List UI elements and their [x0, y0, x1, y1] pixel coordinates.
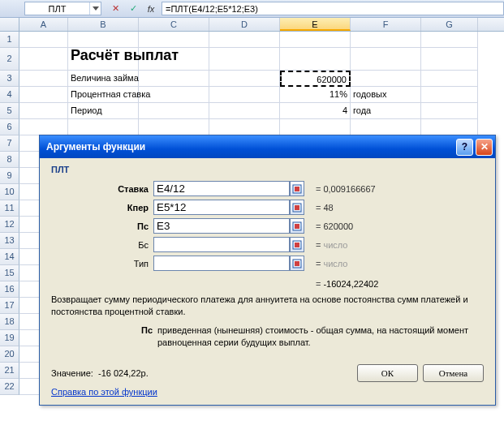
cell[interactable] [209, 87, 280, 103]
row-head[interactable]: 5 [0, 103, 19, 119]
cell[interactable] [139, 103, 209, 119]
cell-e5[interactable]: 4 [280, 103, 351, 119]
cell[interactable] [19, 103, 68, 119]
cell[interactable] [421, 103, 478, 119]
arg-input[interactable] [153, 256, 290, 271]
cell[interactable]: Величина займа [68, 71, 139, 87]
cell[interactable] [209, 103, 280, 119]
cell[interactable] [139, 48, 209, 71]
arg-row: Ставка=0,009166667 [51, 179, 484, 198]
col-head-b[interactable]: B [68, 18, 139, 31]
row-head[interactable]: 14 [0, 249, 19, 265]
row-head[interactable]: 19 [0, 330, 19, 346]
arg-input[interactable] [153, 200, 290, 215]
cell[interactable] [19, 119, 68, 135]
calc-result-line: =-16024,22402 [51, 279, 484, 289]
refedit-button[interactable] [290, 256, 304, 271]
row-head[interactable]: 17 [0, 298, 19, 314]
row-head[interactable]: 20 [0, 346, 19, 363]
cell[interactable] [421, 87, 478, 103]
cell[interactable] [280, 48, 351, 71]
cell[interactable] [351, 119, 421, 135]
row-head[interactable]: 3 [0, 71, 19, 87]
dialog-close-button[interactable]: ✕ [476, 139, 493, 156]
row-head[interactable]: 2 [0, 48, 19, 71]
cell[interactable] [351, 71, 421, 87]
cell[interactable] [209, 119, 280, 135]
refedit-button[interactable] [290, 181, 304, 196]
arg-input[interactable] [153, 218, 290, 234]
refedit-icon [292, 221, 302, 231]
row-head[interactable]: 7 [0, 135, 19, 152]
cell[interactable] [421, 119, 478, 135]
col-head-g[interactable]: G [421, 18, 478, 31]
help-link[interactable]: Справка по этой функции [51, 387, 157, 397]
dialog-titlebar[interactable]: Аргументы функции ? ✕ [40, 135, 495, 158]
cell[interactable] [209, 32, 280, 48]
cell[interactable] [421, 48, 478, 71]
row-head[interactable]: 8 [0, 152, 19, 168]
cell[interactable]: Расчёт выплат [68, 48, 139, 71]
cell-e4[interactable]: 11% [280, 87, 351, 103]
cell[interactable]: Период [68, 103, 139, 119]
col-head-d[interactable]: D [209, 18, 280, 31]
refedit-button[interactable] [290, 218, 304, 234]
cancel-button[interactable]: Отмена [423, 364, 484, 382]
cell[interactable] [280, 119, 351, 135]
arg-input[interactable] [153, 181, 290, 196]
cell[interactable] [209, 48, 280, 71]
col-head-c[interactable]: C [139, 18, 209, 31]
row-head[interactable]: 4 [0, 87, 19, 103]
cell[interactable] [19, 71, 68, 87]
row-head[interactable]: 16 [0, 281, 19, 298]
col-head-f[interactable]: F [351, 18, 421, 31]
cell-f5[interactable]: года [351, 103, 421, 119]
row-head[interactable]: 21 [0, 363, 19, 379]
formula-input[interactable]: =ПЛТ(E4/12;E5*12;E3) [162, 2, 504, 15]
cell[interactable] [68, 32, 139, 48]
row-head[interactable]: 22 [0, 379, 19, 395]
row-head[interactable]: 12 [0, 217, 19, 233]
select-all-corner[interactable] [0, 18, 19, 31]
cell[interactable] [351, 32, 421, 48]
cell[interactable] [19, 87, 68, 103]
cell-f4[interactable]: годовых [351, 87, 421, 103]
dialog-title: Аргументы функции [46, 141, 456, 153]
cell[interactable] [280, 32, 351, 48]
cell[interactable] [421, 71, 478, 87]
dialog-help-button[interactable]: ? [456, 139, 473, 156]
cell[interactable] [68, 119, 139, 135]
cell[interactable] [19, 32, 68, 48]
row-head[interactable]: 13 [0, 233, 19, 249]
cell[interactable] [139, 71, 209, 87]
cell[interactable] [351, 48, 421, 71]
name-box-dropdown-icon[interactable] [89, 2, 101, 15]
insert-function-button[interactable]: fx [143, 2, 159, 15]
cell[interactable] [139, 87, 209, 103]
name-box[interactable]: ПЛТ [24, 2, 101, 15]
formula-accept-button[interactable]: ✓ [125, 2, 141, 15]
cell[interactable] [139, 32, 209, 48]
refedit-button[interactable] [290, 237, 304, 252]
row-head[interactable]: 11 [0, 200, 19, 217]
cell[interactable]: Процентная ставка [68, 87, 139, 103]
cell[interactable] [209, 71, 280, 87]
col-head-a[interactable]: A [19, 18, 68, 31]
row-head[interactable]: 18 [0, 314, 19, 330]
arg-input[interactable] [153, 237, 290, 252]
col-head-e[interactable]: E [280, 18, 351, 31]
row-head[interactable]: 6 [0, 119, 19, 135]
grid-row: 1 [0, 32, 504, 48]
cell[interactable] [19, 48, 68, 71]
arg-result: =0,009166667 [316, 184, 376, 194]
row-head[interactable]: 15 [0, 265, 19, 281]
cell-e3[interactable]: 620000 [280, 71, 351, 87]
row-head[interactable]: 10 [0, 184, 19, 200]
ok-button[interactable]: ОК [357, 364, 418, 382]
row-head[interactable]: 1 [0, 32, 19, 48]
cell[interactable] [139, 119, 209, 135]
formula-cancel-button[interactable]: ✕ [107, 2, 123, 15]
row-head[interactable]: 9 [0, 168, 19, 184]
cell[interactable] [421, 32, 478, 48]
refedit-button[interactable] [290, 200, 304, 215]
